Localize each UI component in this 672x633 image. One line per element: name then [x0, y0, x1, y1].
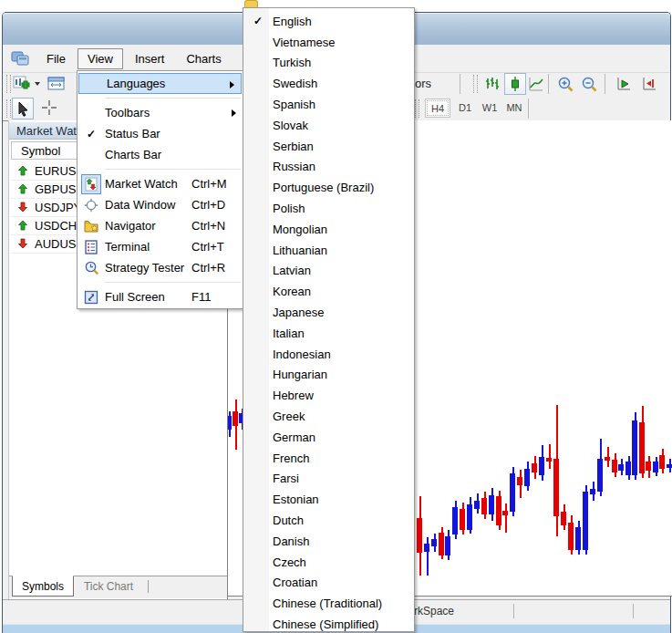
zoom-out-button[interactable]: [579, 74, 599, 94]
candle-body: [452, 507, 458, 534]
menu-file[interactable]: File: [36, 48, 76, 69]
view-menu-item-toolbars[interactable]: Toolbars: [78, 102, 243, 123]
view-menu-item-data-window[interactable]: Data WindowCtrl+D: [78, 194, 243, 215]
toolbar-grip[interactable]: [415, 99, 419, 118]
candle-body: [546, 458, 552, 462]
menu-insert[interactable]: Insert: [125, 48, 175, 69]
bar-chart-button[interactable]: [482, 74, 502, 94]
submenu-arrow-icon: [232, 109, 236, 117]
language-item-mongolian[interactable]: Mongolian: [243, 219, 414, 240]
timeframe-h4-button[interactable]: H4: [425, 99, 450, 118]
indicators-button-fragment[interactable]: ors: [415, 77, 431, 90]
tab-symbols[interactable]: Symbols: [12, 576, 74, 597]
menu-charts[interactable]: Charts: [176, 48, 231, 69]
status-text-fragment: rkSpace: [414, 605, 454, 617]
language-item-chinese-simplified-[interactable]: Chinese (Simplified): [243, 614, 414, 632]
language-label: Dutch: [273, 514, 304, 527]
menu-item-label: Strategy Tester: [105, 261, 191, 275]
menu-view[interactable]: View: [78, 48, 123, 69]
language-item-french[interactable]: French: [243, 448, 414, 469]
terminal-icon: [84, 240, 98, 254]
menu-separator: [105, 282, 241, 283]
crosshair-button[interactable]: [39, 98, 59, 118]
view-menu-item-languages[interactable]: Languages: [78, 73, 242, 94]
language-item-portuguese-brazil-[interactable]: Portuguese (Brazil): [243, 177, 414, 198]
candle-body: [553, 459, 559, 516]
view-menu-item-terminal[interactable]: TerminalCtrl+T: [78, 236, 243, 257]
new-chart-button[interactable]: [12, 74, 32, 94]
view-menu-item-full-screen[interactable]: Full ScreenF11: [78, 286, 243, 307]
menu-item-label: Navigator: [105, 219, 191, 233]
view-menu-item-market-watch[interactable]: Market WatchCtrl+M: [78, 173, 243, 194]
language-item-latvian[interactable]: Latvian: [243, 261, 414, 282]
timeframe-mn-button[interactable]: MN: [502, 99, 526, 116]
language-item-chinese-traditional-[interactable]: Chinese (Traditional): [243, 593, 414, 614]
language-item-serbian[interactable]: Serbian: [243, 136, 414, 157]
candle-body: [590, 489, 595, 494]
timeframe-d1-button[interactable]: D1: [453, 99, 477, 116]
candle-body: [605, 457, 610, 461]
language-item-hebrew[interactable]: Hebrew: [243, 385, 414, 406]
candle-body: [659, 455, 665, 469]
language-item-polish[interactable]: Polish: [243, 198, 414, 219]
candle-body: [502, 511, 508, 515]
menu-gutter: [78, 219, 105, 233]
checkmark-icon: ✓: [253, 15, 263, 27]
language-label: Indonesian: [273, 348, 331, 361]
menu-item-shortcut: Ctrl+D: [191, 198, 243, 212]
language-label: Farsi: [273, 472, 299, 485]
toolbar-grip[interactable]: [6, 99, 11, 118]
cursor-button[interactable]: [12, 98, 34, 119]
mt4-logo-icon: [11, 50, 30, 67]
language-item-danish[interactable]: Danish: [243, 531, 414, 552]
toolbar-grip[interactable]: [473, 75, 478, 93]
language-label: Japanese: [273, 306, 324, 319]
menu-item-shortcut: F11: [191, 290, 243, 304]
language-item-swedish[interactable]: Swedish: [243, 73, 414, 94]
candle-body: [517, 477, 522, 485]
candle-body: [618, 464, 624, 471]
new-chart-caret-icon[interactable]: [35, 82, 40, 86]
language-item-italian[interactable]: Italian: [243, 323, 414, 344]
language-item-korean[interactable]: Korean: [243, 281, 414, 302]
menu-gutter: [78, 198, 105, 213]
view-menu-item-navigator[interactable]: NavigatorCtrl+N: [78, 215, 243, 236]
toolbar-grip[interactable]: [6, 75, 11, 93]
menu-item-label: Charts Bar: [105, 148, 191, 161]
view-menu-item-strategy-tester[interactable]: Strategy TesterCtrl+R: [78, 257, 243, 278]
chart-shift-button[interactable]: [639, 74, 659, 94]
language-item-croatian[interactable]: Croatian: [243, 573, 414, 594]
view-menu-item-status-bar[interactable]: ✓Status Bar: [78, 123, 243, 144]
language-item-spanish[interactable]: Spanish: [243, 94, 414, 115]
language-item-german[interactable]: German: [243, 427, 414, 448]
language-label: Spanish: [273, 98, 315, 111]
candlestick-chart-button[interactable]: [504, 73, 526, 95]
language-item-estonian[interactable]: Estonian: [243, 489, 414, 510]
auto-scroll-button[interactable]: [614, 74, 634, 94]
market-watch-icon: [84, 177, 98, 192]
language-item-greek[interactable]: Greek: [243, 406, 414, 427]
submenu-arrow-icon: [230, 81, 234, 88]
data-window-icon: [84, 198, 98, 213]
zoom-in-button[interactable]: [555, 74, 575, 94]
timeframe-w1-button[interactable]: W1: [478, 99, 501, 116]
profiles-button[interactable]: [47, 74, 67, 94]
language-item-vietnamese[interactable]: Vietnamese: [243, 32, 414, 53]
language-item-indonesian[interactable]: Indonesian: [243, 344, 414, 365]
language-item-slovak[interactable]: Slovak: [243, 115, 414, 136]
language-label: Mongolian: [273, 223, 327, 236]
menu-item-shortcut: Ctrl+N: [191, 219, 243, 233]
language-item-dutch[interactable]: Dutch: [243, 510, 414, 531]
language-item-japanese[interactable]: Japanese: [243, 302, 414, 323]
menu-item-label: Toolbars: [105, 106, 191, 119]
language-item-farsi[interactable]: Farsi: [243, 469, 414, 490]
tab-tick-chart[interactable]: Tick Chart: [75, 576, 142, 596]
language-item-hungarian[interactable]: Hungarian: [243, 365, 414, 386]
line-chart-button[interactable]: [526, 74, 546, 94]
language-item-english[interactable]: ✓English: [243, 11, 414, 32]
view-menu-item-charts-bar[interactable]: Charts Bar: [78, 144, 243, 165]
language-item-czech[interactable]: Czech: [243, 552, 414, 573]
language-item-turkish[interactable]: Turkish: [243, 53, 414, 74]
language-item-lithuanian[interactable]: Lithuanian: [243, 240, 414, 261]
language-item-russian[interactable]: Russian: [243, 157, 414, 178]
